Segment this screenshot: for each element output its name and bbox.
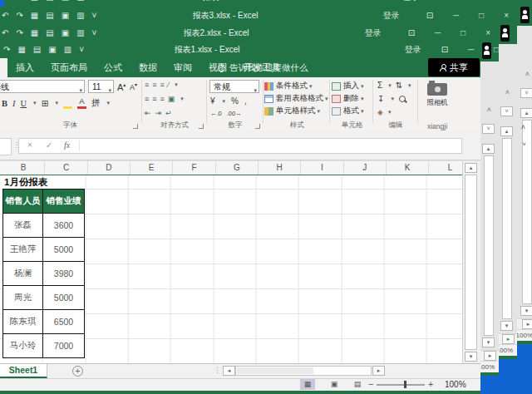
toolbar-icon[interactable]: ▦ bbox=[17, 45, 25, 54]
fill-color-icon[interactable] bbox=[63, 98, 72, 109]
minimize-icon[interactable]: ─ bbox=[468, 45, 474, 54]
normal-view-button[interactable]: ▦ bbox=[300, 379, 315, 390]
chevron-down-icon[interactable]: ▾ bbox=[175, 81, 178, 88]
vertical-scroll-track[interactable] bbox=[465, 175, 477, 350]
zoom-out-button[interactable]: − bbox=[368, 379, 373, 389]
merge-center-icon[interactable]: ▣ bbox=[168, 95, 175, 103]
decrease-decimal-icon[interactable]: .00→ bbox=[227, 110, 242, 117]
camera-icon[interactable] bbox=[427, 83, 447, 96]
scroll-right-icon[interactable]: ▸ bbox=[372, 366, 385, 376]
increase-indent-icon[interactable]: ⇥ bbox=[155, 109, 162, 117]
sort-filter-icon[interactable]: ⇅ bbox=[396, 81, 402, 90]
decrease-indent-icon[interactable]: ⇤ bbox=[145, 109, 151, 117]
restore-icon[interactable]: □ bbox=[494, 45, 499, 54]
table-cell[interactable]: 6500 bbox=[42, 309, 85, 334]
page-layout-view-button[interactable]: ▣ bbox=[327, 379, 342, 390]
align-right-icon[interactable]: ≡ bbox=[160, 95, 164, 103]
comma-style-icon[interactable]: , bbox=[244, 96, 247, 106]
scroll-left-icon[interactable]: ◂ bbox=[223, 366, 235, 376]
quick-access-toolbar[interactable]: ↷▦▤▣▥˅ bbox=[3, 41, 84, 58]
menu-item-套用表格格式[interactable]: 套用表格格式▾ bbox=[264, 92, 330, 105]
column-header-G[interactable]: G bbox=[216, 161, 259, 175]
fx-icon[interactable]: fx bbox=[64, 140, 70, 150]
scroll-down-icon[interactable]: ▾ bbox=[465, 352, 477, 362]
enter-icon[interactable]: ✓ bbox=[46, 140, 52, 150]
menu-item-删除[interactable]: 删除▾ bbox=[332, 92, 372, 105]
zoom-level[interactable]: 100% bbox=[445, 380, 466, 389]
font-color-icon[interactable]: A bbox=[77, 98, 86, 109]
table-cell[interactable]: 张磊 bbox=[2, 213, 43, 238]
new-sheet-button[interactable]: + bbox=[72, 366, 83, 377]
camera-button-label[interactable]: 照相机 bbox=[419, 98, 456, 108]
menu-item-格式[interactable]: 格式▾ bbox=[332, 105, 372, 117]
align-center-icon[interactable]: ≡ bbox=[152, 95, 155, 103]
orientation-icon[interactable]: ∕ bbox=[168, 81, 170, 89]
underline-icon[interactable]: U bbox=[21, 99, 27, 108]
italic-icon[interactable]: I bbox=[12, 99, 16, 108]
toolbar-icon[interactable]: ▤ bbox=[33, 45, 41, 54]
sheet-tab-active[interactable]: Sheet1 bbox=[0, 364, 47, 378]
tab-splitter-icon[interactable]: ⋮ bbox=[214, 366, 221, 374]
column-header-I[interactable]: I bbox=[301, 161, 343, 175]
font-size-combo[interactable]: 11 ▾ bbox=[88, 80, 114, 93]
table-cell[interactable]: 陈东琪 bbox=[2, 309, 43, 334]
font-name-combo[interactable]: 等线 ▾ bbox=[0, 80, 85, 93]
chevron-down-icon[interactable]: ▾ bbox=[223, 98, 226, 105]
shrink-font-icon[interactable]: A▾ bbox=[130, 81, 137, 91]
window-report1[interactable]: ↷▦▤▣▥˅ 报表1.xlsx - Excel 登录 ⊡ ─ □ × 插入页面布… bbox=[0, 0, 532, 394]
table-cell[interactable]: 7000 bbox=[42, 333, 85, 358]
chevron-down-icon[interactable]: ▾ bbox=[388, 82, 392, 89]
toolbar-icon[interactable]: ▣ bbox=[48, 45, 56, 54]
dialog-launcher-icon[interactable] bbox=[199, 124, 204, 129]
menu-item-条件格式[interactable]: 条件格式▾ bbox=[264, 80, 330, 92]
align-left-icon[interactable]: ≡ bbox=[145, 95, 148, 103]
percent-style-icon[interactable]: % bbox=[231, 96, 239, 106]
grow-font-icon[interactable]: A▴ bbox=[117, 81, 126, 92]
column-header-E[interactable]: E bbox=[131, 161, 173, 175]
dialog-launcher-icon[interactable] bbox=[255, 124, 260, 129]
tell-me-box[interactable]: 告诉我你想要做什么 bbox=[218, 58, 308, 77]
accounting-format-icon[interactable]: ¥ bbox=[210, 96, 215, 106]
page-break-view-button[interactable]: ▤ bbox=[350, 379, 365, 390]
zoom-slider[interactable] bbox=[377, 384, 425, 386]
chevron-down-icon[interactable]: ▾ bbox=[388, 109, 392, 116]
table-header-cell[interactable]: 销售人员 bbox=[2, 189, 43, 214]
ribbon-tab-公式[interactable]: 公式 bbox=[96, 58, 131, 77]
column-header-J[interactable]: J bbox=[344, 161, 387, 175]
ribbon-tab-页面布局[interactable]: 页面布局 bbox=[42, 58, 96, 77]
chevron-down-icon[interactable]: ▾ bbox=[106, 100, 110, 106]
align-middle-icon[interactable]: ≡ bbox=[152, 81, 155, 89]
table-cell[interactable]: 杨澜 bbox=[2, 261, 43, 286]
chevron-down-icon[interactable]: ▾ bbox=[408, 82, 411, 89]
column-header-D[interactable]: D bbox=[88, 161, 131, 175]
cancel-icon[interactable]: × bbox=[27, 140, 32, 150]
phonetic-icon[interactable]: 拼 bbox=[91, 97, 101, 109]
column-header-K[interactable]: K bbox=[387, 161, 429, 175]
toolbar-icon[interactable]: ▥ bbox=[64, 45, 71, 54]
close-icon[interactable]: × bbox=[519, 45, 524, 54]
name-box[interactable] bbox=[0, 138, 12, 155]
collapse-ribbon-icon[interactable]: ˄ bbox=[521, 123, 525, 131]
ribbon-tab-插入[interactable]: 插入 bbox=[7, 58, 42, 77]
clear-icon[interactable]: ◈ bbox=[377, 108, 383, 116]
column-header-C[interactable]: C bbox=[45, 161, 87, 175]
chevron-down-icon[interactable]: ▾ bbox=[33, 100, 37, 106]
fill-icon[interactable]: ↧ bbox=[377, 94, 384, 103]
wrap-text-icon[interactable]: ↵ bbox=[165, 109, 172, 117]
column-header-H[interactable]: H bbox=[259, 161, 301, 175]
column-header-B[interactable]: B bbox=[2, 161, 45, 175]
ribbon-display-options-icon[interactable]: ⊡ bbox=[441, 45, 448, 54]
toolbar-icon[interactable]: ↷ bbox=[3, 45, 10, 54]
menu-item-插入[interactable]: 插入▾ bbox=[332, 80, 372, 92]
dialog-launcher-icon[interactable] bbox=[133, 124, 138, 129]
zoom-in-button[interactable]: + bbox=[428, 379, 433, 389]
expand-formula-bar-icon[interactable]: ˅ bbox=[522, 140, 526, 148]
align-top-icon[interactable]: ≡ bbox=[145, 81, 148, 89]
table-cell[interactable]: 王艳萍 bbox=[2, 237, 43, 262]
data-table[interactable]: 销售人员销售业绩张磊3600王艳萍5000杨澜3980周光5000陈东琪6500… bbox=[2, 189, 85, 358]
align-bottom-icon[interactable]: ≡ bbox=[160, 81, 164, 89]
table-cell[interactable]: 5000 bbox=[42, 237, 85, 262]
chevron-down-icon[interactable]: ▾ bbox=[55, 100, 58, 106]
table-cell[interactable]: 5000 bbox=[42, 285, 85, 310]
scroll-up-icon[interactable]: ▴ bbox=[465, 163, 477, 173]
